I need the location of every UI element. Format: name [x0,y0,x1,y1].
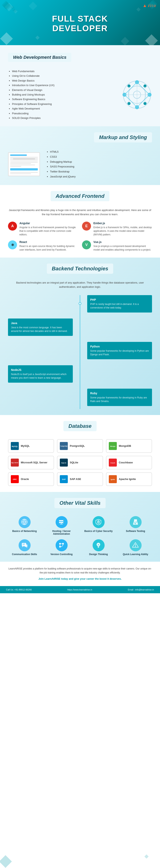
version-control-icon [56,539,68,551]
timeline-item-python: Python Some popular frameworks for devel… [8,342,152,359]
skill-networking: Basics of Networking [8,516,41,535]
db-mssql: SQL Server Microsoft SQL Server [8,456,54,469]
communication-icon [19,539,31,551]
database-title-box: Database [63,421,97,431]
footer-text: LearnAtRISE provides a platform for budd… [8,567,152,575]
mssql-logo: SQL Server [11,459,19,467]
db-label: Oracle [21,477,29,480]
list-item: Twitter Bootstrap [50,169,76,174]
vital-skills-title: Other Vital Skills [59,500,101,506]
vital-skills-title-box: Other Vital Skills [54,498,106,508]
networking-icon [19,516,31,528]
db-sqlite: SQLite SQLite [57,456,103,469]
svg-point-71 [135,546,136,547]
react-icon: ⚛ [8,240,17,249]
svg-point-62 [59,546,61,548]
sqlite-logo: SQLite [60,459,68,467]
markup-section: Markup and Styling HTML5 CSS3 Debugging … [0,126,160,185]
svg-text:MySQL: MySQL [11,445,18,447]
svg-text:SQL Server: SQL Server [11,462,19,464]
framework-name: Angular [19,222,78,225]
list-item: Principles of Software Engineering [12,102,116,106]
framework-desc: Angular is a front-end framework powered… [19,225,78,237]
db-label: PostgreSQL [70,444,85,447]
advanced-section: Advanced Frontend Javascript frameworks … [0,185,160,257]
page-header: ▲ rise FULL STACK DEVELOPER [0,0,160,45]
tech-desc: Java is the most common language. It has… [11,326,70,333]
svg-marker-57 [26,547,27,548]
markup-preview-image [8,152,40,176]
db-ignite: Ignite Apache Ignite [106,472,152,486]
db-label: MongoDB [119,444,131,447]
database-section: Database MySQL MySQL PostgreSQL PostgreS… [0,415,160,492]
db-label: SQLite [70,461,78,464]
java-card: Java Java is the most common language. I… [8,318,73,336]
backend-title-box: Backend Technologies [47,264,113,274]
design-thinking-icon [92,539,105,551]
framework-name: Ember.js [94,222,152,225]
list-item: Building and Using Mockups [12,92,116,97]
db-sapase: SAP SAP ASE [57,472,103,486]
quick-learning-icon [130,539,141,551]
skill-communication: Communication Skills [8,539,41,556]
db-label: Couchbase [119,461,133,464]
svg-text:ORC: ORC [13,478,17,480]
tech-desc: NodeJS is itself just a JavaScript envir… [11,372,70,380]
footer-bar: Call Us: +91-89012-66266 https://www.lea… [0,586,160,593]
mysql-logo: MySQL [11,442,19,450]
skill-cybersecurity: Basics of Cyber Security [82,516,115,535]
skill-design-thinking: Design Thinking [82,539,115,556]
svg-point-44 [63,520,64,521]
backend-timeline: PHP PHP is rarely taught but still in-de… [8,295,152,409]
tech-desc: PHP is rarely taught but still in-demand… [90,302,149,310]
svg-text:Couch: Couch [110,462,115,464]
list-item: Web Fundamentals [12,69,116,73]
svg-text:SAP: SAP [62,478,66,480]
list-item: JavaScript and jQuery [50,174,76,179]
skill-label: Basics of Cyber Security [82,530,115,532]
angular-icon: A [8,222,17,230]
svg-text:SQLite: SQLite [61,462,66,464]
list-item: CSS3 [50,154,76,159]
skill-label: Communication Skills [8,553,41,556]
framework-desc: React is an open-source library for buil… [19,244,78,252]
tech-desc: Some popular frameworks for developing i… [90,349,149,356]
list-item: Software Engineering Basics [12,97,116,101]
list-item: Elements of Visual Design [12,88,116,92]
skill-label: Hosting / Server Administration [45,530,78,535]
python-card: Python Some popular frameworks for devel… [87,342,152,359]
svg-rect-50 [134,519,137,521]
skill-label: Quick Learning Ability [119,553,152,556]
skill-quick-learning: Quick Learning Ability [119,539,152,556]
advanced-title-box: Advanced Frontend [51,191,109,201]
oracle-logo: ORC [11,475,19,483]
frameworks-grid: A Angular Angular is a front-end framewo… [8,222,152,252]
footer-website[interactable]: https://www.learnatirise.in [68,588,92,591]
skill-label: Design Thinking [82,553,115,556]
backend-title: Backend Technologies [52,266,108,272]
web-basics-title: Web Development Basics [13,55,66,60]
svg-rect-66 [98,547,99,548]
svg-text:PostgreSQL: PostgreSQL [60,445,68,447]
ignite-logo: Ignite [109,475,117,483]
list-item: Agile Web Development [12,106,116,111]
skill-label: Version Controlling [45,553,78,556]
tech-desc: Some popular frameworks for developing i… [90,396,149,403]
svg-line-11 [137,82,150,95]
list-item: Pseudocoding [12,111,116,116]
svg-point-51 [134,523,135,523]
hosting-icon [56,516,68,528]
timeline-item-nodejs: NodeJS NodeJS is itself just a JavaScrip… [8,365,152,383]
tech-name: Python [90,345,149,348]
couchbase-logo: Couch [109,459,117,467]
svg-line-13 [125,95,137,107]
db-couchbase: Couch Couchbase [106,456,152,469]
timeline-item-ruby: Ruby Some popular frameworks for develop… [8,389,152,406]
footer-join-text: Join LearnAtRISE today and give your car… [8,577,152,581]
backend-section: Backend Technologies Backend technologie… [0,257,160,415]
framework-name: Vue.js [94,240,152,244]
svg-point-49 [98,522,99,523]
svg-point-60 [59,543,61,545]
tech-name: Ruby [90,392,149,395]
database-title: Database [69,423,91,429]
